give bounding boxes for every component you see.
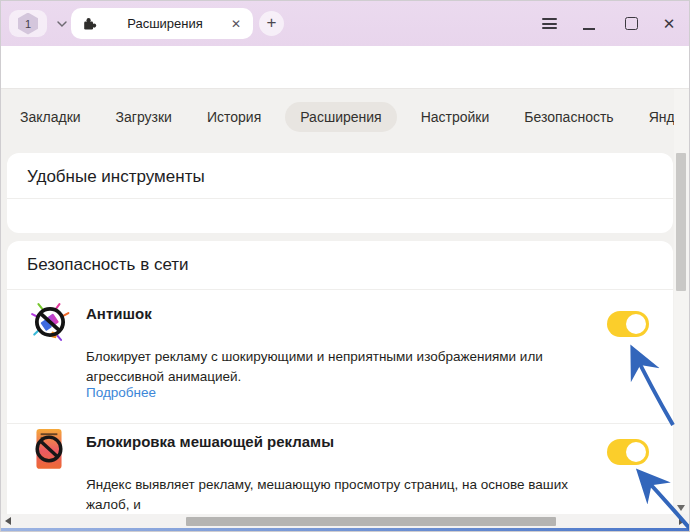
maximize-button[interactable] bbox=[614, 1, 648, 46]
divider bbox=[7, 289, 673, 290]
window-bottom-accent bbox=[1, 528, 689, 531]
hamburger-menu-icon bbox=[542, 16, 557, 32]
tab-title: Расширения bbox=[101, 16, 229, 31]
page-content: Удобные инструменты Безопасность в сети bbox=[1, 145, 689, 531]
vertical-scrollbar[interactable] bbox=[674, 89, 689, 514]
extension-name: Антишок bbox=[86, 305, 152, 322]
tab-count-badge: 1 bbox=[18, 13, 38, 35]
puzzle-icon bbox=[81, 16, 97, 32]
minimize-button[interactable] bbox=[572, 1, 606, 46]
scroll-left-arrow-icon[interactable] bbox=[5, 517, 11, 525]
browser-window: 1 Расширения ✕ + bbox=[0, 0, 690, 532]
description-line: Яндекс выявляет рекламу, мешающую просмо… bbox=[86, 475, 586, 515]
window-close-button[interactable]: ✕ bbox=[652, 1, 686, 46]
more-details-link[interactable]: Подробнее bbox=[86, 385, 156, 400]
divider bbox=[7, 198, 673, 199]
horizontal-scrollbar-thumb[interactable] bbox=[186, 517, 556, 526]
section-title: Безопасность в сети bbox=[27, 255, 189, 275]
nav-tab-security[interactable]: Безопасность bbox=[513, 102, 624, 132]
close-icon: ✕ bbox=[663, 15, 676, 33]
nav-tab-downloads[interactable]: Загрузки bbox=[105, 102, 183, 132]
vertical-scrollbar-thumb[interactable] bbox=[676, 153, 686, 291]
nav-tab-history[interactable]: История bbox=[196, 102, 272, 132]
section-title: Удобные инструменты bbox=[27, 167, 205, 187]
section-handy-tools: Удобные инструменты bbox=[7, 153, 673, 233]
scroll-down-arrow-icon[interactable] bbox=[677, 505, 685, 511]
divider bbox=[7, 423, 673, 424]
scroll-right-arrow-icon[interactable] bbox=[679, 517, 685, 525]
maximize-icon bbox=[625, 17, 638, 30]
extension-name: Блокировка мешающей рекламы bbox=[86, 433, 334, 450]
new-tab-button[interactable]: + bbox=[259, 11, 284, 36]
window-titlebar: 1 Расширения ✕ + bbox=[1, 1, 689, 46]
extension-description: Блокирует рекламу с шокирующими и неприя… bbox=[86, 347, 586, 387]
antishock-toggle[interactable] bbox=[607, 311, 649, 337]
horizontal-scrollbar[interactable] bbox=[1, 514, 689, 528]
antishock-extension-icon bbox=[29, 301, 71, 343]
description-line: агрессивной анимацией. bbox=[86, 367, 586, 387]
section-network-security: Безопасность в сети bbox=[7, 241, 673, 532]
toggle-knob bbox=[626, 442, 646, 462]
nav-tab-settings[interactable]: Настройки bbox=[410, 102, 501, 132]
adblock-extension-icon bbox=[33, 427, 65, 473]
nav-tab-bookmarks[interactable]: Закладки bbox=[9, 102, 92, 132]
browser-menu-button[interactable] bbox=[532, 1, 566, 46]
browser-toolbar: Я Y tune Расширения ⋮ bbox=[1, 46, 689, 89]
tab-close-icon[interactable]: ✕ bbox=[229, 17, 243, 31]
chevron-down-icon bbox=[54, 16, 70, 32]
adblock-toggle[interactable] bbox=[607, 439, 649, 465]
minimize-icon bbox=[583, 28, 595, 30]
settings-nav-tabs: Закладки Загрузки История Расширения Нас… bbox=[1, 89, 689, 145]
nav-tab-extensions[interactable]: Расширения bbox=[285, 102, 396, 132]
toggle-knob bbox=[626, 314, 646, 334]
browser-tab-extensions[interactable]: Расширения ✕ bbox=[71, 8, 253, 39]
tab-group-button[interactable]: 1 bbox=[9, 10, 47, 37]
description-line: Блокирует рекламу с шокирующими и неприя… bbox=[86, 347, 586, 367]
tab-list-chevron-button[interactable] bbox=[51, 14, 73, 34]
